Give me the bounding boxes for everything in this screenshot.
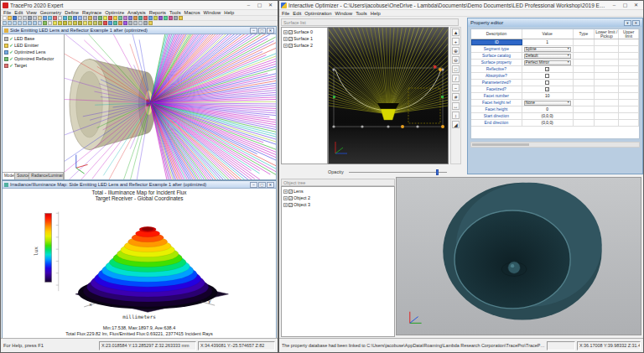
minimize-button[interactable]: – (250, 182, 257, 188)
minimize-button[interactable]: – (250, 28, 257, 34)
zoom-selection-icon[interactable] (18, 21, 22, 25)
about-icon[interactable] (148, 21, 153, 25)
checkbox-reflective[interactable]: ✓ (545, 67, 549, 71)
rotate-icon[interactable] (28, 21, 32, 25)
menu-view[interactable]: View (26, 10, 36, 15)
minimize-button[interactable]: – (243, 2, 254, 9)
model-tree-item-optimized-lens[interactable]: ✓Optimized Lens (3, 49, 64, 55)
maximize-button[interactable]: ▢ (258, 28, 266, 34)
ray-sort-icon[interactable] (53, 21, 57, 25)
profile-sketch-view[interactable] (328, 27, 449, 164)
measure-icon[interactable] (38, 21, 42, 25)
illuminance-map-plot[interactable]: xy (8, 201, 271, 314)
front-view-icon[interactable] (169, 16, 173, 20)
maximize-button[interactable]: ▢ (254, 2, 265, 9)
reflector-3d-view[interactable] (396, 177, 641, 335)
checkbox-icon[interactable]: ✓ (288, 37, 293, 41)
menu-macros[interactable]: Macros (184, 10, 200, 15)
expand-icon[interactable]: + (283, 30, 288, 34)
window-arrange-icon[interactable] (143, 21, 148, 25)
window-cascade-icon[interactable] (133, 21, 138, 25)
property-table-hscrollbar[interactable] (470, 142, 640, 148)
surface-item-surface-2[interactable]: +✓Surface 2 (282, 42, 327, 49)
checkbox-icon[interactable]: ✓ (288, 30, 293, 34)
display-icon[interactable] (113, 21, 117, 25)
candela-plot-icon[interactable] (143, 16, 148, 20)
orbit-icon[interactable] (63, 16, 67, 20)
redo-icon[interactable] (48, 16, 52, 20)
menu-analysis[interactable]: Analysis (127, 10, 146, 15)
menu-geometry[interactable]: Geometry (40, 10, 61, 15)
model-3d-view[interactable] (65, 34, 276, 179)
zoom-in-icon[interactable] (73, 16, 77, 20)
zoom-window-icon[interactable] (3, 21, 7, 25)
irradiance-options-icon[interactable] (103, 21, 107, 25)
menu-edit[interactable]: Edit (293, 11, 301, 16)
tab-source[interactable]: Source (15, 173, 29, 179)
pin-icon[interactable]: ▾ (624, 20, 631, 26)
maximize-button[interactable]: ▢ (620, 2, 631, 9)
ray-color-icon[interactable] (58, 21, 62, 25)
refresh-icon[interactable] (118, 21, 122, 25)
property-icon[interactable] (128, 16, 132, 20)
zoom-in-icon[interactable]: ⊕ (452, 47, 460, 55)
surface-item-surface-1[interactable]: +✓Surface 1 (282, 35, 327, 42)
print-icon[interactable] (18, 16, 22, 20)
window-tile-icon[interactable] (138, 21, 143, 25)
expand-icon[interactable]: + (283, 37, 288, 41)
close-button[interactable]: ✕ (265, 2, 276, 9)
menu-help[interactable]: Help (224, 10, 234, 15)
expand-icon[interactable]: + (283, 189, 288, 194)
checkbox-icon[interactable]: ✓ (288, 203, 293, 207)
object-item-object-2[interactable]: +✓Object 2 (282, 195, 394, 201)
delete-point-icon[interactable]: − (452, 84, 460, 91)
menu-tools[interactable]: Tools (356, 11, 367, 16)
new-icon[interactable] (3, 16, 7, 20)
update-icon[interactable] (123, 21, 127, 25)
expand-icon[interactable]: + (283, 44, 288, 48)
dropdown-facet-height-ref[interactable]: None▾ (524, 101, 571, 106)
save-icon[interactable] (13, 16, 17, 20)
zoom-dynamic-icon[interactable] (23, 21, 27, 25)
zoom-all-icon[interactable] (8, 21, 12, 25)
checkbox-parameterized[interactable] (545, 80, 549, 85)
profile-icon[interactable]: ◢ (452, 121, 460, 128)
object-item-object-3[interactable]: +✓Object 3 (282, 201, 394, 208)
open-icon[interactable] (8, 16, 12, 20)
ray-show-icon[interactable] (83, 21, 87, 25)
zoom-out-icon[interactable] (78, 16, 82, 20)
spin-icon[interactable] (33, 21, 37, 25)
help-icon[interactable] (179, 16, 183, 20)
material-icon[interactable] (123, 16, 127, 20)
options-icon[interactable] (108, 21, 112, 25)
add-point-icon[interactable]: + (452, 38, 460, 45)
menu-edit[interactable]: Edit (14, 10, 23, 15)
copy-icon[interactable] (33, 16, 37, 20)
ray-report-icon[interactable] (88, 21, 92, 25)
close-button[interactable]: ✕ (267, 182, 274, 188)
opacity-slider-thumb[interactable] (436, 169, 439, 175)
path-sort-icon[interactable] (98, 21, 102, 25)
fit-horizontal-icon[interactable]: ↔ (452, 102, 460, 110)
menu-tools[interactable]: Tools (169, 10, 181, 15)
ray-select-icon[interactable] (73, 21, 77, 25)
zoom-window-icon[interactable]: □ (452, 65, 460, 73)
maximize-button[interactable]: ▢ (258, 182, 266, 188)
irradiance-map-icon[interactable] (138, 16, 143, 20)
shaded-view-icon[interactable] (98, 16, 102, 20)
insert-source-icon[interactable] (113, 16, 117, 20)
menu-optimize[interactable]: Optimize (105, 10, 124, 15)
menu-raytrace[interactable]: Raytrace (82, 10, 101, 15)
iso-view-icon[interactable] (164, 16, 168, 20)
delete-icon[interactable] (53, 16, 57, 20)
print-preview-icon[interactable] (23, 16, 27, 20)
zoom-previous-icon[interactable] (13, 21, 17, 25)
menu-optimization[interactable]: Optimization (304, 11, 331, 16)
surface-item-surface-0[interactable]: +✓Surface 0 (282, 29, 327, 35)
macro-icon[interactable] (153, 16, 158, 20)
tools-icon[interactable] (128, 21, 132, 25)
tab-model[interactable]: Model (3, 173, 15, 179)
model-tree-item-led-base[interactable]: ✓LED Base (3, 35, 64, 42)
raytrace-icon[interactable] (103, 16, 107, 20)
menu-help[interactable]: Help (371, 11, 381, 16)
